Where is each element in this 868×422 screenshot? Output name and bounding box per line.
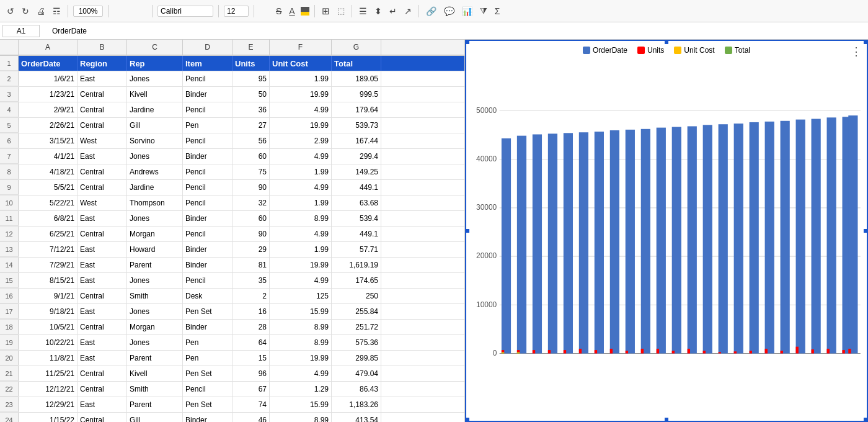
cell-f16[interactable]: 125 [270, 289, 332, 303]
cell-d19[interactable]: Pen [183, 335, 232, 350]
cell-f8[interactable]: 1.99 [270, 164, 332, 179]
cell-c10[interactable]: Thompson [127, 195, 183, 210]
resize-handle-mid-right[interactable] [863, 228, 868, 233]
resize-handle-bot-left[interactable] [465, 417, 470, 422]
cell-d12[interactable]: Pencil [183, 227, 232, 241]
cell-a1[interactable]: OrderDate [19, 56, 78, 71]
cell-g23[interactable]: 1,183.26 [332, 397, 381, 412]
cell-c9[interactable]: Jardine [127, 180, 183, 195]
cell-e6[interactable]: 56 [232, 133, 270, 148]
v-align-button[interactable]: ⬍ [373, 5, 384, 17]
cell-f17[interactable]: 15.99 [270, 304, 332, 319]
cell-e14[interactable]: 81 [232, 258, 270, 272]
cell-a17[interactable]: 9/18/21 [19, 304, 78, 319]
cell-g10[interactable]: 63.68 [332, 195, 381, 210]
zoom-level[interactable]: 100% [73, 6, 103, 17]
cell-d7[interactable]: Binder [183, 149, 232, 164]
cell-a12[interactable]: 6/25/21 [19, 227, 78, 241]
cell-d20[interactable]: Pen [183, 351, 232, 366]
h-align-button[interactable]: ☰ [357, 5, 369, 17]
resize-handle-mid-left[interactable] [465, 228, 470, 233]
cell-a23[interactable]: 12/29/21 [19, 397, 78, 412]
cell-a10[interactable]: 5/22/21 [19, 195, 78, 210]
italic-button[interactable] [267, 10, 270, 12]
percent-button[interactable] [121, 10, 125, 12]
cell-g14[interactable]: 1,619.19 [332, 258, 381, 272]
cell-g19[interactable]: 575.36 [332, 335, 381, 350]
cell-c14[interactable]: Parent [127, 258, 183, 272]
cell-f19[interactable]: 8.99 [270, 335, 332, 350]
undo-button[interactable]: ↺ [5, 5, 16, 17]
cell-f12[interactable]: 4.99 [270, 227, 332, 241]
cell-c18[interactable]: Morgan [127, 320, 183, 334]
col-header-f[interactable]: F [270, 40, 332, 55]
cell-b3[interactable]: Central [78, 87, 127, 102]
cell-d6[interactable]: Pencil [183, 133, 232, 148]
print-button[interactable]: 🖨 [35, 5, 47, 17]
cell-d18[interactable]: Binder [183, 320, 232, 334]
resize-handle-top-right[interactable] [863, 40, 868, 45]
cell-f10[interactable]: 1.99 [270, 195, 332, 210]
cell-e9[interactable]: 90 [232, 180, 270, 195]
cell-c11[interactable]: Jones [127, 211, 183, 226]
col-header-b[interactable]: B [78, 40, 127, 55]
chart-button[interactable]: 📊 [460, 5, 474, 17]
cell-a11[interactable]: 6/8/21 [19, 211, 78, 226]
cell-b1[interactable]: Region [78, 56, 127, 71]
cell-a24[interactable]: 1/15/22 [19, 413, 78, 422]
cell-a7[interactable]: 4/1/21 [19, 149, 78, 164]
cell-b2[interactable]: East [78, 71, 127, 86]
cell-f18[interactable]: 8.99 [270, 320, 332, 334]
cell-c3[interactable]: Kivell [127, 87, 183, 102]
cell-a16[interactable]: 9/1/21 [19, 289, 78, 303]
cell-e1[interactable]: Units [232, 56, 270, 71]
cell-e20[interactable]: 15 [232, 351, 270, 366]
cell-f5[interactable]: 19.99 [270, 118, 332, 133]
cell-e2[interactable]: 95 [232, 71, 270, 86]
text-rotate-button[interactable]: ↗ [402, 5, 414, 17]
cell-e15[interactable]: 35 [232, 273, 270, 288]
cell-g16[interactable]: 250 [332, 289, 381, 303]
cell-f22[interactable]: 1.29 [270, 382, 332, 397]
cell-b12[interactable]: Central [78, 227, 127, 241]
redo-button[interactable]: ↻ [20, 5, 31, 17]
cell-a6[interactable]: 3/15/21 [19, 133, 78, 148]
cell-a20[interactable]: 11/8/21 [19, 351, 78, 366]
resize-handle-top-left[interactable] [465, 40, 470, 45]
cell-g11[interactable]: 539.4 [332, 211, 381, 226]
cell-e21[interactable]: 96 [232, 366, 270, 381]
resize-handle-bot-mid[interactable] [664, 417, 669, 422]
cell-a5[interactable]: 2/26/21 [19, 118, 78, 133]
cell-a15[interactable]: 8/15/21 [19, 273, 78, 288]
cell-a14[interactable]: 7/29/21 [19, 258, 78, 272]
cell-f1[interactable]: Unit Cost [270, 56, 332, 71]
cell-c12[interactable]: Morgan [127, 227, 183, 241]
cell-d11[interactable]: Binder [183, 211, 232, 226]
col-header-g[interactable]: G [332, 40, 381, 55]
cell-f3[interactable]: 19.99 [270, 87, 332, 102]
cell-e4[interactable]: 36 [232, 102, 270, 117]
cell-f15[interactable]: 4.99 [270, 273, 332, 288]
cell-c21[interactable]: Kivell [127, 366, 183, 381]
cell-g4[interactable]: 179.64 [332, 102, 381, 117]
cell-d1[interactable]: Item [183, 56, 232, 71]
cell-d23[interactable]: Pen Set [183, 397, 232, 412]
cell-c7[interactable]: Jones [127, 149, 183, 164]
cell-e24[interactable]: 46 [232, 413, 270, 422]
cell-b4[interactable]: Central [78, 102, 127, 117]
col-header-d[interactable]: D [183, 40, 232, 55]
cell-f20[interactable]: 19.99 [270, 351, 332, 366]
cell-e5[interactable]: 27 [232, 118, 270, 133]
cell-b5[interactable]: Central [78, 118, 127, 133]
cell-b21[interactable]: Central [78, 366, 127, 381]
cell-a19[interactable]: 10/22/21 [19, 335, 78, 350]
decimal0-button[interactable] [128, 10, 132, 12]
cell-f23[interactable]: 15.99 [270, 397, 332, 412]
cell-f4[interactable]: 4.99 [270, 102, 332, 117]
col-header-c[interactable]: C [127, 40, 183, 55]
cell-c6[interactable]: Sorvino [127, 133, 183, 148]
cell-d21[interactable]: Pen Set [183, 366, 232, 381]
cell-b10[interactable]: West [78, 195, 127, 210]
text-wrap-button[interactable]: ↵ [388, 5, 399, 17]
cell-f13[interactable]: 1.99 [270, 242, 332, 257]
